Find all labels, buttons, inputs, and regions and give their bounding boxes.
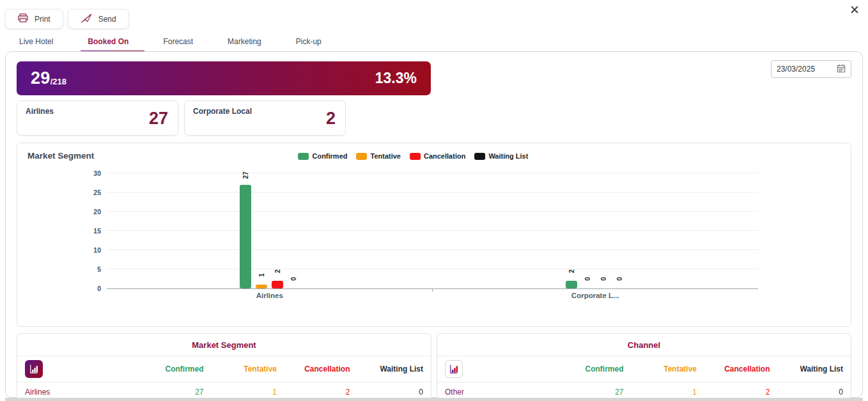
legend-item-tentative: Tentative [356,152,400,160]
legend-label: Waiting List [488,152,528,160]
kpi-row: 29 /218 13.3% 23/03/2025 [17,61,851,95]
stat-value: 27 [149,108,168,128]
cell-waiting-list: 0 [770,388,844,397]
bar-slot: 2 [272,175,283,288]
send-button[interactable]: Send [68,9,129,29]
tab-bar: Live HotelBooked OnForecastMarketingPick… [10,36,347,49]
y-axis-tick-label: 15 [93,227,101,235]
table-icon-cell [25,360,130,378]
column-header-cancellation: Cancellation [277,365,350,373]
cell-tentative: 1 [624,388,697,397]
legend-label: Confirmed [312,152,347,160]
bar-slot: 27 [240,175,251,288]
bar-value-label: 27 [242,171,249,179]
table-header-row: ConfirmedTentativeCancellationWaiting Li… [437,356,851,382]
legend-label: Tentative [370,152,400,160]
stat-card-corporate-local[interactable]: Corporate Local 2 [184,100,346,136]
bar-slot: 0 [288,175,299,288]
tab-booked-on[interactable]: Booked On [79,36,137,49]
y-axis-tick-label: 20 [93,208,101,216]
bar-value-label: 2 [274,269,281,273]
table-title: Channel [437,334,851,356]
close-icon[interactable]: ✕ [849,4,860,17]
date-picker[interactable]: 23/03/2025 [771,60,851,78]
table-header-row: ConfirmedTentativeCancellationWaiting Li… [17,356,431,382]
row-label: Other [445,388,550,397]
bar-value-label: 0 [616,277,623,281]
bar-value-label: 1 [258,273,265,277]
table-card-market-segment: Market SegmentConfirmedTentativeCancella… [17,333,431,401]
bar-chart-icon[interactable] [25,360,43,378]
bar-slot: 1 [256,175,267,288]
legend-swatch [356,153,367,160]
stat-value: 2 [326,108,336,128]
y-axis-tick-label: 5 [97,265,101,273]
send-button-label: Send [98,15,116,24]
booked-count: 29 [31,68,50,88]
row-label: Airlines [25,388,130,397]
bar-value-label: 2 [568,269,575,273]
date-value: 23/03/2025 [777,65,815,74]
category-label: Airlines [107,292,433,299]
cell-confirmed: 27 [550,388,624,397]
y-axis-tick-label: 0 [97,285,101,292]
print-button[interactable]: Print [5,9,63,29]
paper-plane-icon [81,13,92,25]
bar-chart-icon[interactable] [445,360,463,378]
y-axis-tick-label: 30 [93,169,101,177]
tab-live-hotel[interactable]: Live Hotel [10,36,62,49]
tab-marketing[interactable]: Marketing [219,36,270,49]
tab-pick-up[interactable]: Pick-up [287,36,330,49]
cell-confirmed: 27 [130,388,204,397]
cell-waiting-list: 0 [350,388,424,397]
legend-label: Cancellation [424,152,465,160]
gridline [107,173,758,173]
column-header-confirmed: Confirmed [130,365,204,373]
y-axis-tick-label: 25 [93,189,101,196]
bar-value-label: 0 [584,277,591,281]
chart-category-corporate-l: 2000Corporate L... [433,175,759,288]
main-panel: 29 /218 13.3% 23/03/2025 [5,51,863,398]
legend-item-confirmed: Confirmed [298,152,347,160]
kpi-banner: 29 /218 13.3% [17,61,431,95]
cell-cancellation: 2 [697,388,770,397]
market-segment-chart-panel: Market Segment ConfirmedTentativeCancell… [17,143,851,327]
bar-slot: 2 [566,175,577,288]
column-header-waiting-list: Waiting List [350,365,424,373]
bar-confirmed[interactable] [240,185,251,288]
summary-tables-row: Market SegmentConfirmedTentativeCancella… [17,333,851,401]
stat-card-airlines[interactable]: Airlines 27 [17,100,178,136]
tab-forecast[interactable]: Forecast [154,36,202,49]
y-axis-tick-label: 10 [93,246,101,254]
printer-icon [18,13,28,24]
table-title: Market Segment [17,334,431,356]
stat-cards-row: Airlines 27 Corporate Local 2 [17,100,851,136]
category-label: Corporate L... [433,292,759,299]
bar-cancellation[interactable] [272,281,283,288]
chart-category-airlines: 27120Airlines [107,175,433,288]
column-header-tentative: Tentative [204,365,277,373]
bar-confirmed[interactable] [566,281,577,288]
bar-tentative[interactable] [256,285,267,288]
calendar-icon[interactable] [837,64,846,75]
table-card-channel: ChannelConfirmedTentativeCancellationWai… [437,333,851,401]
table-icon-cell [445,360,550,378]
legend-swatch [298,153,309,160]
bar-slot: 0 [598,175,609,288]
bar-value-label: 0 [290,277,297,281]
toolbar: Print Send [5,9,129,29]
legend-item-waiting-list: Waiting List [474,152,528,160]
legend-item-cancellation: Cancellation [410,152,465,160]
bar-value-label: 0 [600,277,607,281]
legend-swatch [410,153,421,160]
column-header-cancellation: Cancellation [697,365,770,373]
legend-swatch [474,153,485,160]
bottom-scrollbar[interactable] [5,398,863,401]
column-header-waiting-list: Waiting List [770,365,844,373]
column-header-confirmed: Confirmed [550,365,624,373]
chart-legend: ConfirmedTentativeCancellationWaiting Li… [298,152,528,160]
chart-title: Market Segment [27,151,94,161]
stat-label: Airlines [26,107,169,116]
column-header-tentative: Tentative [624,365,697,373]
cell-cancellation: 2 [277,388,350,397]
